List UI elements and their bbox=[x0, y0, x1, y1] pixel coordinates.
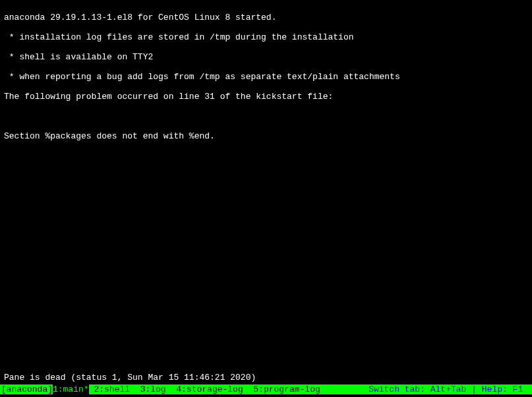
session-name: [anaconda] bbox=[0, 384, 53, 394]
output-line: Section %packages does not end with %end… bbox=[4, 131, 528, 141]
output-line: The following problem occurred on line 3… bbox=[4, 92, 528, 102]
help-text: Switch tab: Alt+Tab | Help: F1 bbox=[369, 384, 532, 394]
tab-shell[interactable]: 2:shell bbox=[89, 384, 130, 394]
output-line: * installation log files are stored in /… bbox=[4, 32, 528, 42]
output-line bbox=[4, 111, 528, 121]
pane-dead-message: Pane is dead (status 1, Sun Mar 15 11:46… bbox=[4, 373, 256, 382]
terminal-output: anaconda 29.19.1.13-1.el8 for CentOS Lin… bbox=[0, 0, 532, 154]
tab-storage-log[interactable]: 4:storage-log bbox=[166, 384, 243, 394]
tmux-status-bar: [anaconda]1:main* 2:shell 3:log 4:storag… bbox=[0, 384, 532, 394]
output-line: anaconda 29.19.1.13-1.el8 for CentOS Lin… bbox=[4, 13, 528, 22]
output-line: * shell is available on TTY2 bbox=[4, 52, 528, 62]
tab-log[interactable]: 3:log bbox=[130, 384, 166, 394]
tab-program-log[interactable]: 5:program-log bbox=[243, 384, 320, 394]
tab-main[interactable]: 1:main* bbox=[53, 384, 89, 394]
output-line: * when reporting a bug add logs from /tm… bbox=[4, 72, 528, 82]
